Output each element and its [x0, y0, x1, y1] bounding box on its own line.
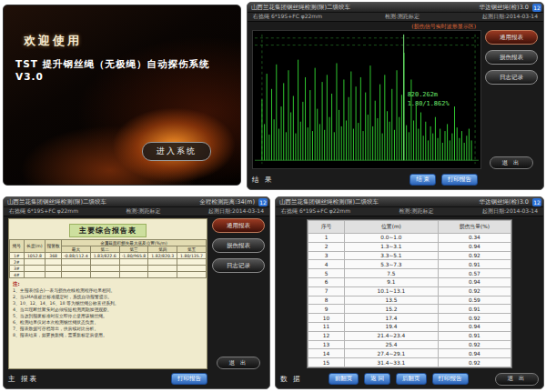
table-row[interactable]: 57.50.57 — [308, 269, 511, 278]
titlebar-left-text: 山西兰花集团钢丝绳检测(限)二级绞车 — [7, 198, 106, 206]
side-button-general-report[interactable]: 通用报表 — [212, 218, 265, 233]
table-row: 3# — [10, 266, 207, 272]
side-button-column: 通用报表 损伤报表 日志记录 退 出 — [483, 30, 540, 169]
screenshot-canvas: 欢迎使用 TST 提升钢丝绳（无极绳）自动探伤系统 V3.0 进入系统 山西兰花… — [0, 0, 546, 392]
app-title: TST 提升钢丝绳（无极绳）自动探伤系统 V3.0 — [15, 58, 240, 82]
start-date: 起测日期:2014-03-14 — [482, 13, 538, 21]
measure-mode: 检测:测距标定 — [385, 13, 420, 21]
table-row[interactable]: 69.10.94 — [308, 277, 511, 286]
waveform-chart: 820.262m 1.80/1.862% — [252, 30, 481, 169]
blue-badge[interactable]: 12 — [258, 198, 268, 206]
table-row[interactable]: 1427.4~29.10.94 — [308, 349, 511, 358]
blue-badge[interactable]: 12 — [532, 198, 541, 206]
subtitle-bar: 右捻绳 6*19S+FC φ22mm 检测:测距标定 起测日期:2014-03-… — [248, 13, 543, 22]
note-line: 5、当达到报废标准时应立即停止使用该钢丝绳。 — [13, 314, 203, 320]
table-row: 2# — [10, 259, 207, 266]
table-row[interactable]: 1221.4~23.40.91 — [308, 331, 511, 340]
damage-data-table: 序号 位置(m) 损伤当量(%) 10.0~1.00.34 21.3~3.10.… — [308, 220, 511, 367]
summary-report-table: 绳号 长度(m) 报警数 金属截面积损失最大值及位置(%/m) 最大 第二 第三… — [9, 239, 207, 278]
note-line: 6、检测结果仅对本次检测钢丝绳状态负责。 — [13, 320, 203, 327]
back-button[interactable]: 返 回 — [364, 373, 390, 385]
splash-window: 欢迎使用 TST 提升钢丝绳（无极绳）自动探伤系统 V3.0 进入系统 — [3, 5, 241, 186]
report-panel-title: 主要综合报告表 — [69, 224, 147, 237]
rope-spec: 右捻绳 6*19S+FC φ22mm — [9, 207, 78, 216]
welcome-text: 欢迎使用 — [24, 33, 82, 49]
start-date: 起测日期:2014-03-14 — [482, 207, 538, 216]
cursor-value-label: 1.80/1.862% — [408, 100, 450, 107]
side-button-log[interactable]: 日志记录 — [485, 70, 538, 85]
notes-title: 注: — [13, 281, 20, 286]
table-row: 1# 1052.8 368 -0.88/112.4 1.83/822.6 -1.… — [10, 253, 207, 259]
titlebar-left-text: 山西兰花集团钢丝绳检测(限)二级绞车 — [251, 4, 350, 12]
waveform-svg: 820.262m 1.80/1.862% — [253, 31, 480, 168]
note-line: 2、当LMA值超过标准规定时，系统自动报警提示。 — [13, 295, 203, 301]
table-row[interactable]: 21.3~3.10.94 — [308, 242, 511, 251]
table-row[interactable]: 33.3~5.10.92 — [308, 251, 511, 260]
bottom-strip: 结 果 结 束 打印报告 — [252, 173, 478, 186]
data-label: 数 据 — [280, 375, 301, 384]
exit-button[interactable]: 退 出 — [217, 357, 260, 369]
rope-spec: 右捻绳 6*19S+FC φ22mm — [253, 13, 322, 21]
enter-system-button[interactable]: 进入系统 — [142, 142, 211, 161]
table-row[interactable]: 915.20.91 — [308, 305, 511, 314]
titlebar: 山西兰花集团钢丝绳检测(限)二级绞车 华达钢丝绳(检)3.0 — [248, 3, 543, 13]
measure-mode: 检测:测距标定 — [126, 207, 161, 216]
titlebar: 山西兰花集团钢丝绳检测(限)二级绞车 华达钢丝绳(检)3.0 — [276, 197, 543, 207]
print-report-button[interactable]: 打印报告 — [171, 373, 207, 385]
report-panel: 主要综合报告表 绳号 长度(m) 报警数 金属截面积损失最大值及位置(%/m) … — [8, 218, 207, 369]
main-report-label: 主 报表 — [8, 375, 38, 384]
result-label: 结 果 — [252, 176, 273, 185]
note-line: 4、当出现断丝聚集时必须缩短检测周期加强观察。 — [13, 307, 203, 314]
table-row[interactable]: 45.3~7.30.91 — [308, 260, 511, 269]
table-row[interactable]: 813.50.59 — [308, 296, 511, 305]
rope-spec: 右捻绳 6*19S+FC φ22mm — [281, 207, 350, 216]
titlebar: 山西兰花集团钢丝绳检测(限)二级绞车 全程检测距离:34(m) — [4, 197, 269, 207]
note-line: 8、报表结束，如更换新绳，需重新标定后使用。 — [13, 333, 203, 339]
side-button-log[interactable]: 日志记录 — [212, 258, 265, 273]
table-row[interactable]: 1017.40.92 — [308, 314, 511, 323]
titlebar-right-text: 华达钢丝绳(检)3.0 — [480, 4, 529, 12]
bottom-strip: 数 据 前翻页 返 回 后翻页 打印报告 退 出 — [280, 372, 539, 386]
print-report-button[interactable]: 打印报告 — [441, 174, 478, 186]
table-row: 4# — [10, 272, 207, 278]
measure-mode: 检测:测距标定 — [399, 207, 434, 216]
start-date: 起测日期:2014-03-14 — [208, 207, 264, 216]
subtitle-bar: 右捻绳 6*19S+FC φ22mm 检测:测距标定 起测日期:2014-03-… — [276, 207, 543, 216]
table-row[interactable]: 710.1~13.10.92 — [308, 286, 511, 296]
finish-button[interactable]: 结 束 — [410, 174, 436, 186]
note-line: 1、主报表(综合)一表与损伤在线检测程序结果相同。 — [13, 288, 203, 295]
report-window: 山西兰花集团钢丝绳检测(限)二级绞车 全程检测距离:34(m) 12 右捻绳 6… — [3, 196, 270, 389]
cursor-distance-label: 820.262m — [408, 91, 438, 98]
table-header-row: 绳号 长度(m) 报警数 金属截面积损失最大值及位置(%/m) — [10, 240, 207, 246]
side-button-column: 通用报表 损伤报表 日志记录 退 出 — [211, 218, 266, 369]
exit-button[interactable]: 退 出 — [490, 156, 533, 169]
note-line: 7、报表数据可存档导出，供后续对比分析。 — [13, 327, 203, 333]
subtitle-bar: 右捻绳 6*19S+FC φ22mm 检测:测距标定 起测日期:2014-03-… — [4, 207, 269, 216]
table-row[interactable]: 1531.4~33.10.92 — [308, 358, 511, 367]
detection-window: 山西兰花集团钢丝绳检测(限)二级绞车 华达钢丝绳(检)3.0 12 右捻绳 6*… — [247, 2, 544, 190]
print-report-button[interactable]: 打印报告 — [432, 373, 469, 385]
side-button-general-report[interactable]: 通用报表 — [485, 30, 538, 45]
data-table-panel: 序号 位置(m) 损伤当量(%) 10.0~1.00.34 21.3~3.10.… — [307, 219, 512, 368]
prev-page-button[interactable]: 前翻页 — [329, 373, 359, 385]
next-page-button[interactable]: 后翻页 — [396, 373, 427, 385]
data-window: 山西兰花集团钢丝绳检测(限)二级绞车 华达钢丝绳(检)3.0 12 右捻绳 6*… — [275, 196, 544, 389]
bottom-strip: 主 报表 打印报告 — [8, 372, 207, 386]
side-button-damage-report[interactable]: 损伤报表 — [212, 238, 265, 253]
side-button-damage-report[interactable]: 损伤报表 — [485, 50, 538, 65]
titlebar-left-text: 山西兰花集团钢丝绳检测(限)二级绞车 — [279, 198, 379, 206]
note-line: 3、10、12、14、16、18 等为钢丝绳公称直径系列。 — [13, 301, 203, 307]
report-notes: 注: 1、主报表(综合)一表与损伤在线检测程序结果相同。 2、当LMA值超过标准… — [9, 278, 207, 339]
table-row[interactable]: 10.0~1.00.34 — [308, 234, 511, 243]
exit-button[interactable]: 退 出 — [495, 373, 539, 386]
blue-badge[interactable]: 12 — [532, 4, 541, 12]
titlebar-right-text: 华达钢丝绳(检)3.0 — [480, 198, 529, 206]
table-row[interactable]: 1119.40.94 — [308, 322, 511, 331]
titlebar-right-text: 全程检测距离:34(m) — [199, 198, 255, 206]
table-header-row: 序号 位置(m) 损伤当量(%) — [308, 221, 511, 234]
table-row[interactable]: 1325.40.92 — [308, 340, 511, 349]
